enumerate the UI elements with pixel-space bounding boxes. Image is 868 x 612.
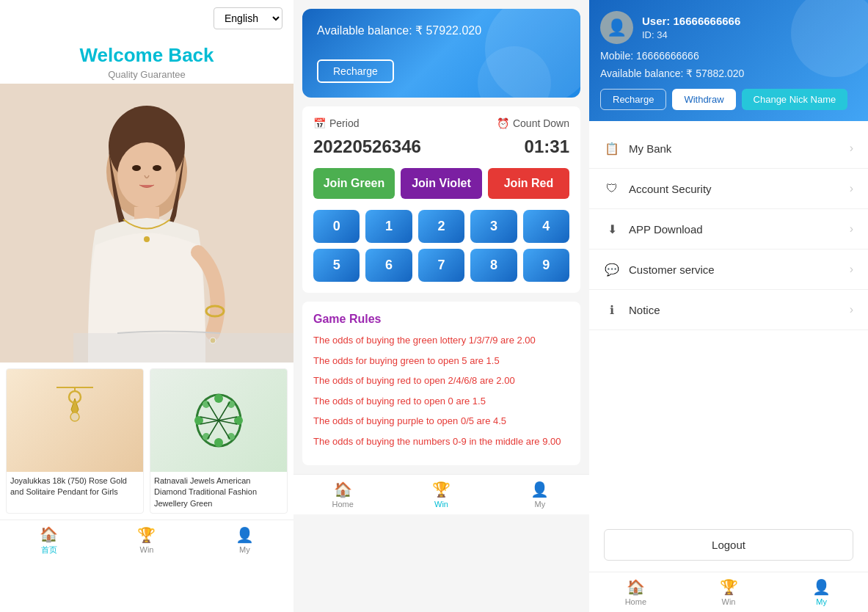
left-bottom-nav: 🏠 首页 🏆 Win 👤 My: [0, 520, 293, 560]
join-violet-button[interactable]: Join Violet: [401, 168, 482, 199]
number-btn-5[interactable]: 5: [313, 249, 360, 282]
left-nav-win[interactable]: 🏆 Win: [98, 520, 195, 560]
chat-icon: 💬: [604, 261, 620, 277]
product-grid: Joyalukkas 18k (750) Rose Gold and Solit…: [0, 363, 293, 520]
countdown-time: 01:31: [525, 136, 569, 157]
middle-nav-my[interactable]: 👤 My: [491, 475, 589, 514]
join-green-button[interactable]: Join Green: [313, 168, 395, 199]
user-mobile: Mobile: 16666666666: [600, 50, 857, 62]
number-btn-2[interactable]: 2: [418, 210, 464, 243]
right-nav-home-label: Home: [625, 597, 646, 606]
product-image-1: [7, 369, 143, 472]
download-icon: ⬇: [604, 221, 620, 237]
game-rules-title: Game Rules: [313, 313, 569, 326]
welcome-section: Welcome Back Quality Guarantee: [0, 37, 293, 84]
rule-3: The odds of buying red to open 2/4/6/8 a…: [313, 374, 569, 388]
number-btn-9[interactable]: 9: [523, 249, 569, 282]
menu-item-app-download[interactable]: ⬇ APP Download ›: [589, 209, 868, 249]
left-nav-my[interactable]: 👤 My: [196, 520, 293, 560]
menu-item-customer-service[interactable]: 💬 Customer service ›: [589, 249, 868, 290]
rule-4: The odds of buying red to open 0 are 1.5: [313, 394, 569, 409]
lang-selector-bar: English Chinese Hindi: [0, 0, 293, 37]
countdown-label: ⏰ Count Down: [497, 117, 569, 129]
info-icon: ℹ: [604, 302, 620, 318]
right-nav-my-label: My: [816, 597, 827, 606]
balance-card: Available balance: ₹ 57922.020 Recharge: [302, 9, 580, 98]
game-section: 📅 Period ⏰ Count Down 20220526346 01:31 …: [302, 106, 580, 293]
recharge-button[interactable]: Recharge: [317, 59, 394, 83]
menu-item-account-security[interactable]: 🛡 Account Security ›: [589, 169, 868, 209]
language-select[interactable]: English Chinese Hindi: [214, 7, 282, 29]
svg-rect-10: [73, 333, 293, 363]
bank-icon: 📋: [604, 140, 620, 156]
home-icon-right: 🏠: [627, 578, 645, 596]
left-nav-home-label: 首页: [41, 544, 57, 555]
number-btn-8[interactable]: 8: [470, 249, 517, 282]
user-name: User: 16666666666: [642, 15, 740, 27]
menu-item-my-bank[interactable]: 📋 My Bank ›: [589, 128, 868, 169]
user-icon-left: 👤: [236, 526, 254, 544]
number-btn-3[interactable]: 3: [470, 210, 517, 243]
menu-label-bank: My Bank: [629, 142, 671, 155]
left-nav-win-label: Win: [140, 545, 154, 554]
logout-button[interactable]: Logout: [604, 529, 853, 561]
menu-label-security: Account Security: [629, 183, 712, 195]
right-nav-my[interactable]: 👤 My: [775, 572, 868, 612]
menu-item-left-security: 🛡 Account Security: [604, 181, 712, 197]
chevron-icon-notice: ›: [850, 303, 853, 316]
period-number: 20220526346: [313, 136, 421, 157]
trophy-icon-left: 🏆: [137, 526, 156, 544]
middle-nav-win[interactable]: 🏆 Win: [392, 475, 490, 514]
game-rules-section: Game Rules The odds of buying the green …: [302, 302, 580, 465]
chevron-icon-app: ›: [850, 222, 853, 236]
number-btn-6[interactable]: 6: [365, 249, 412, 282]
user-recharge-button[interactable]: Recharge: [600, 89, 666, 110]
user-balance: Available balance: ₹ 57882.020: [600, 68, 857, 79]
logout-section: Logout: [589, 518, 868, 572]
right-nav-win[interactable]: 🏆 Win: [682, 572, 776, 612]
middle-bottom-nav: 🏠 Home 🏆 Win 👤 My: [293, 474, 589, 514]
svg-point-14: [70, 412, 79, 421]
product-title-1: Joyalukkas 18k (750) Rose Gold and Solit…: [7, 472, 143, 502]
menu-item-left-notice: ℹ Notice: [604, 302, 660, 318]
welcome-subtitle: Quality Guarantee: [0, 69, 293, 80]
product-card-1[interactable]: Joyalukkas 18k (750) Rose Gold and Solit…: [6, 368, 144, 514]
menu-label-app: APP Download: [629, 223, 703, 236]
number-btn-4[interactable]: 4: [523, 210, 569, 243]
menu-section: 📋 My Bank › 🛡 Account Security › ⬇ APP D…: [589, 121, 868, 518]
middle-nav-win-label: Win: [434, 500, 448, 509]
number-btn-1[interactable]: 1: [365, 210, 412, 243]
svg-point-17: [214, 438, 223, 447]
product-title-2: Ratnavali Jewels American Diamond Tradit…: [150, 472, 287, 513]
number-grid: 0 1 2 3 4 5 6 7 8 9: [313, 210, 569, 282]
user-withdraw-button[interactable]: Withdraw: [672, 89, 735, 110]
rule-6: The odds of buying the numbers 0-9 in th…: [313, 434, 569, 449]
change-nick-button[interactable]: Change Nick Name: [742, 89, 848, 110]
trophy-icon-mid: 🏆: [432, 481, 451, 498]
right-panel: 👤 User: 16666666666 ID: 34 Mobile: 16666…: [589, 0, 868, 612]
left-nav-home[interactable]: 🏠 首页: [0, 520, 98, 560]
rule-5: The odds of buying purple to open 0/5 ar…: [313, 414, 569, 429]
number-row-1: 0 1 2 3 4: [313, 210, 569, 243]
number-btn-0[interactable]: 0: [313, 210, 360, 243]
period-label: 📅 Period: [313, 117, 359, 129]
right-nav-home[interactable]: 🏠 Home: [589, 572, 682, 612]
chevron-icon-security: ›: [850, 182, 853, 195]
rule-1: The odds of buying the green lottery 1/3…: [313, 333, 569, 348]
home-icon: 🏠: [40, 525, 58, 543]
menu-label-notice: Notice: [629, 304, 660, 316]
product-image-2: [150, 369, 287, 472]
shield-icon: 🛡: [604, 181, 620, 197]
menu-item-left-bank: 📋 My Bank: [604, 140, 671, 156]
number-btn-7[interactable]: 7: [418, 249, 464, 282]
period-row: 📅 Period ⏰ Count Down: [313, 117, 569, 129]
menu-item-notice[interactable]: ℹ Notice ›: [589, 290, 868, 330]
chevron-icon-service: ›: [850, 263, 853, 276]
svg-point-16: [214, 394, 223, 403]
join-red-button[interactable]: Join Red: [488, 168, 569, 199]
product-card-2[interactable]: Ratnavali Jewels American Diamond Tradit…: [150, 368, 288, 514]
svg-point-4: [132, 165, 141, 171]
right-bottom-nav: 🏠 Home 🏆 Win 👤 My: [589, 572, 868, 612]
middle-nav-home[interactable]: 🏠 Home: [293, 475, 392, 514]
user-details: User: 16666666666 ID: 34: [642, 15, 740, 40]
